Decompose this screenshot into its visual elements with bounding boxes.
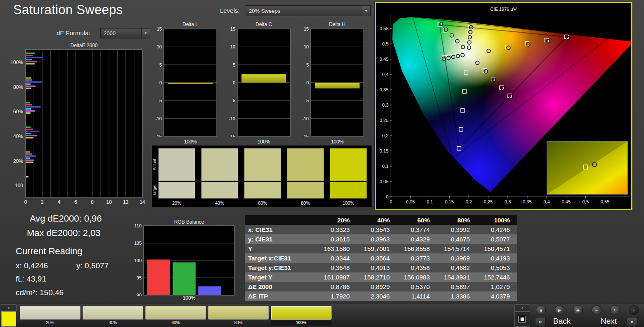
back-button[interactable]: Back bbox=[553, 317, 571, 326]
sweep-tab-100%[interactable]: 100% bbox=[271, 306, 331, 326]
deltae-bar bbox=[26, 102, 30, 103]
current-x-stat: x: 0,4246 bbox=[16, 261, 48, 270]
delta-chart-plot: 151050-5-10-15 bbox=[298, 27, 369, 137]
table-cell: 0,3615 bbox=[317, 234, 357, 244]
collapse-right-tab[interactable]: ∧ bbox=[514, 304, 530, 311]
table-header: 20% bbox=[317, 215, 357, 225]
axis-tick-label: 15 bbox=[230, 27, 235, 31]
measure-button[interactable]: ◉ bbox=[573, 305, 583, 315]
table-row-label: y: CIE31 bbox=[245, 234, 317, 244]
axis-tick-label: 0,2 bbox=[382, 133, 388, 138]
table-row-label: Target y:CIE31 bbox=[245, 263, 317, 272]
swatch-column-100%: 100% bbox=[330, 148, 367, 205]
refresh-button[interactable]: ↻ bbox=[610, 305, 620, 315]
swatch-column-40%: 40% bbox=[201, 148, 238, 205]
axis-tick-label: 0 bbox=[306, 80, 309, 85]
levels-dropdown[interactable]: 20% Sweeps ▼ bbox=[246, 5, 371, 16]
sweep-tab-60%[interactable]: 60% bbox=[145, 306, 206, 326]
sweep-tab-label: 60% bbox=[145, 320, 206, 325]
back-chevron-button[interactable]: « bbox=[535, 317, 546, 326]
table-cell: 0,3992 bbox=[437, 225, 477, 234]
table-cell: 0,5053 bbox=[477, 263, 517, 272]
sweep-tab-swatch bbox=[83, 306, 143, 320]
sweep-tab-swatch bbox=[208, 306, 269, 320]
table-cell: 159,7001 bbox=[357, 244, 397, 253]
axis-tick-label: 0,45 bbox=[562, 199, 571, 204]
axis-tick-label: 0,4 bbox=[544, 199, 550, 204]
axis-tick-label: -10 bbox=[229, 116, 235, 121]
pattern-window-button[interactable] bbox=[514, 311, 530, 327]
rgb-bar-green bbox=[173, 262, 196, 295]
table-cell: 0,4675 bbox=[437, 234, 477, 244]
swatch-label: 40% bbox=[201, 200, 238, 205]
chart-title: Delta C bbox=[237, 21, 290, 27]
pattern-window-icon bbox=[519, 316, 526, 322]
next-chevron-button[interactable]: » bbox=[627, 317, 637, 326]
chevron-down-icon[interactable]: ▼ bbox=[362, 6, 370, 16]
axis-tick-label: 0 bbox=[159, 80, 162, 85]
chart-xlabel: 100% bbox=[237, 139, 290, 145]
levels-dropdown-value: 20% Sweeps bbox=[246, 8, 362, 14]
axis-tick-label: 0 bbox=[386, 194, 388, 199]
sweep-tab-40%[interactable]: 40% bbox=[83, 306, 143, 326]
collapse-left-tab[interactable]: ∧ bbox=[1, 304, 17, 311]
table-row-label: Target x:CIE31 bbox=[245, 253, 317, 263]
deltae-category-label: 20% bbox=[13, 158, 23, 164]
table-cell: 0,3543 bbox=[357, 225, 397, 234]
deltae-category-label: 100% bbox=[12, 60, 23, 65]
deltae-category-label: 60% bbox=[13, 109, 23, 115]
stop-button[interactable]: ■ bbox=[536, 305, 546, 315]
table-row: Y163,1580159,7001156,8558154,5714150,457… bbox=[245, 244, 517, 253]
axis-tick-label: 0,35 bbox=[380, 87, 388, 92]
axis-tick-label: 8 bbox=[91, 199, 94, 205]
swatch-label: 20% bbox=[158, 200, 195, 205]
deltae-category-label: 100 bbox=[15, 183, 23, 189]
cie-diagram-panel[interactable]: CIE 1976 u'v' 0,550,50,450,40,350,30,250… bbox=[375, 2, 632, 210]
stop-icon: ■ bbox=[540, 308, 542, 313]
axis-tick-label: 5 bbox=[233, 62, 235, 67]
axis-tick-label: 95 bbox=[137, 275, 142, 280]
sweep-tab-20%[interactable]: 20% bbox=[20, 306, 80, 326]
next-button[interactable]: Next bbox=[601, 317, 617, 326]
swatch-column-80%: 80% bbox=[287, 148, 324, 205]
axis-tick-label: 10 bbox=[157, 44, 162, 49]
table-cell: 0,3773 bbox=[397, 253, 437, 263]
table-cell: 156,8558 bbox=[397, 244, 437, 253]
rgb-bar-red bbox=[147, 259, 170, 295]
continuous-button[interactable]: ∞ bbox=[592, 305, 601, 315]
table-cell: 2,3046 bbox=[357, 291, 397, 301]
actual-swatch bbox=[287, 148, 324, 181]
deltae-bar bbox=[26, 57, 43, 58]
chevron-down-icon[interactable]: ▼ bbox=[141, 29, 150, 38]
delta-bar bbox=[315, 83, 360, 88]
delta-chart-delta-c: Delta C151050-5-10-15100% bbox=[225, 21, 295, 145]
table-cell: 0,5897 bbox=[437, 282, 477, 291]
table-cell: 4,0379 bbox=[477, 291, 517, 301]
axis-tick-label: 110 bbox=[134, 224, 142, 228]
continuous-icon: ∞ bbox=[595, 308, 598, 313]
delta-bar bbox=[242, 74, 286, 83]
table-cell: 0,3963 bbox=[357, 234, 397, 244]
page-title: Saturation Sweeps bbox=[13, 2, 123, 17]
axis-tick-label: 10 bbox=[106, 199, 112, 205]
delta-chart-delta-l: Delta L151050-5-10-15100% bbox=[152, 21, 222, 145]
axis-tick-label: -15 bbox=[155, 134, 162, 137]
deltae-bar bbox=[26, 160, 34, 161]
sweep-tab-swatch bbox=[271, 306, 331, 320]
cdm2-stat: cd/m²: 150,46 bbox=[16, 288, 64, 297]
table-row: y: CIE310,36150,39630,43290,46750,5077 bbox=[245, 234, 517, 244]
axis-tick-label: -10 bbox=[155, 116, 162, 121]
axis-tick-label: 0,4 bbox=[382, 72, 388, 77]
actual-row-label: Actual bbox=[152, 148, 157, 181]
chart-title: Delta H bbox=[311, 21, 364, 27]
fl-stat: fL: 43,91 bbox=[16, 274, 46, 284]
sweep-tab-80%[interactable]: 80% bbox=[208, 306, 269, 326]
axis-tick-label: 0,5 bbox=[382, 41, 388, 46]
de-formula-dropdown[interactable]: 2000 ▼ bbox=[100, 28, 150, 38]
sweep-tab-label: 20% bbox=[20, 320, 80, 325]
play-button[interactable]: ▶ bbox=[554, 305, 564, 315]
table-cell: 1,0279 bbox=[477, 282, 517, 291]
record-button[interactable]: ● bbox=[629, 305, 639, 315]
axis-tick-label: 0,25 bbox=[484, 199, 492, 204]
rgb-bar-blue bbox=[198, 286, 221, 295]
